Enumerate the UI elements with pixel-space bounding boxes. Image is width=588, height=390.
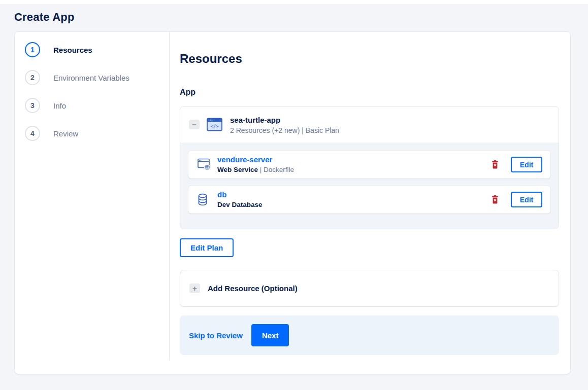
app-card-header: − </> sea-turtle-app 2 Resources	[180, 107, 559, 143]
resource-type: Web Service	[217, 166, 258, 173]
resource-actions: Edit	[491, 192, 542, 207]
resource-actions: Edit	[491, 157, 542, 172]
database-icon	[198, 193, 212, 206]
resource-row: db Dev Database Edit	[188, 186, 550, 214]
resource-name-link[interactable]: vendure-server	[217, 155, 272, 164]
delete-resource-button[interactable]	[491, 160, 500, 169]
resource-text: vendure-server Web Service | Dockerfile	[217, 155, 294, 174]
wizard-steps-sidebar: 1 Resources 2 Environment Variables 3 In…	[15, 32, 170, 361]
resource-detail: Dockerfile	[264, 166, 294, 173]
step-info[interactable]: 3 Info	[25, 98, 169, 113]
resource-text: db Dev Database	[217, 190, 263, 209]
trash-icon	[491, 160, 500, 169]
top-bar	[0, 0, 588, 4]
trash-icon	[491, 195, 500, 204]
resource-subtitle: Web Service | Dockerfile	[217, 165, 294, 174]
next-button[interactable]: Next	[251, 324, 289, 346]
plus-icon: +	[192, 284, 197, 293]
edit-resource-button[interactable]: Edit	[511, 192, 542, 207]
step-label: Resources	[53, 46, 92, 54]
step-number-badge: 3	[25, 98, 40, 113]
resource-row: vendure-server Web Service | Dockerfile	[188, 151, 550, 179]
app-summary: 2 Resources (+2 new) | Basic Plan	[230, 126, 339, 134]
resource-subtitle: Dev Database	[217, 200, 263, 209]
resource-separator: |	[258, 166, 264, 173]
resource-type: Dev Database	[217, 201, 263, 208]
app-card: − </> sea-turtle-app 2 Resources	[180, 106, 559, 229]
web-service-icon	[198, 158, 212, 171]
add-resource-label: Add Resource (Optional)	[208, 284, 298, 293]
create-app-wizard-card: 1 Resources 2 Environment Variables 3 In…	[14, 31, 571, 374]
app-section-label: App	[180, 87, 559, 97]
add-resource-section[interactable]: + Add Resource (Optional)	[180, 270, 559, 307]
expand-add-resource-button[interactable]: +	[189, 283, 200, 293]
wizard-footer: Skip to Review Next	[180, 315, 559, 355]
collapse-app-button[interactable]: −	[189, 120, 200, 129]
app-resources-panel: vendure-server Web Service | Dockerfile	[180, 143, 559, 229]
app-icon: </>	[207, 118, 223, 131]
step-number-badge: 1	[25, 42, 40, 57]
step-resources[interactable]: 1 Resources	[25, 42, 169, 57]
wizard-step-content: Resources App − </>	[170, 32, 570, 374]
step-label: Environment Variables	[53, 74, 129, 82]
skip-to-review-link[interactable]: Skip to Review	[189, 331, 243, 340]
edit-plan-button[interactable]: Edit Plan	[180, 238, 234, 257]
resources-heading: Resources	[180, 52, 559, 66]
svg-text:</>: </>	[211, 124, 218, 129]
page-title: Create App	[14, 11, 588, 24]
minus-icon: −	[192, 120, 197, 129]
delete-resource-button[interactable]	[491, 195, 500, 204]
step-number-badge: 2	[25, 70, 40, 85]
resource-name-link[interactable]: db	[217, 190, 226, 199]
app-header-text: sea-turtle-app 2 Resources (+2 new) | Ba…	[230, 115, 339, 134]
step-review[interactable]: 4 Review	[25, 126, 169, 141]
app-name: sea-turtle-app	[230, 115, 339, 125]
edit-resource-button[interactable]: Edit	[511, 157, 542, 172]
step-environment-variables[interactable]: 2 Environment Variables	[25, 70, 169, 85]
step-number-badge: 4	[25, 126, 40, 141]
step-label: Info	[53, 101, 66, 110]
step-label: Review	[53, 129, 78, 138]
